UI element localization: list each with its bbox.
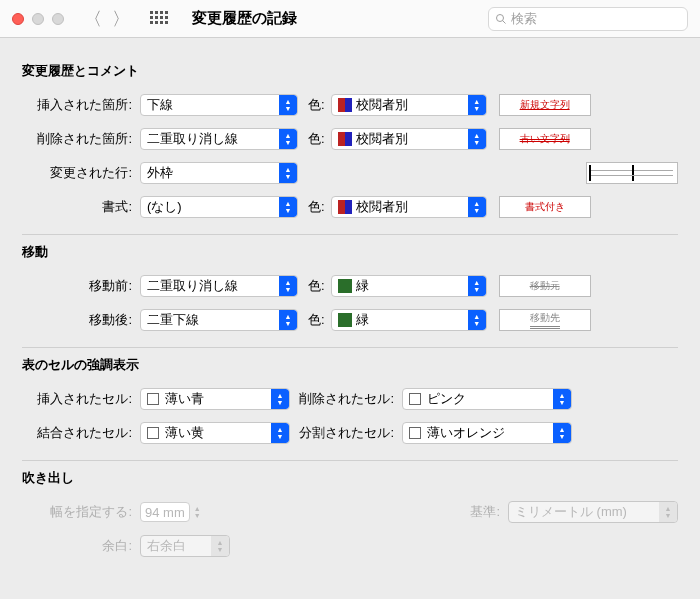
dropdown-inserted-mark[interactable]: 下線 bbox=[140, 94, 298, 116]
label-split-cell: 分割されたセル: bbox=[290, 424, 402, 442]
search-icon bbox=[495, 13, 507, 25]
section-changes-header: 変更履歴とコメント bbox=[22, 62, 678, 80]
minimize-button[interactable] bbox=[32, 13, 44, 25]
zoom-button[interactable] bbox=[52, 13, 64, 25]
label-standard: 基準: bbox=[470, 503, 508, 521]
dropdown-move-after[interactable]: 二重下線 bbox=[140, 309, 298, 331]
dropdown-move-after-color[interactable]: 緑 bbox=[331, 309, 487, 331]
preview-move-before: 移動元 bbox=[499, 275, 591, 297]
label-margin: 余白: bbox=[22, 537, 140, 555]
search-placeholder: 検索 bbox=[511, 10, 537, 28]
section-cells-header: 表のセルの強調表示 bbox=[22, 356, 678, 374]
label-color-5: 色: bbox=[308, 311, 325, 329]
titlebar: 〈 〉 変更履歴の記録 検索 bbox=[0, 0, 700, 38]
dropdown-margin[interactable]: 右余白 bbox=[140, 535, 230, 557]
label-move-before: 移動前: bbox=[22, 277, 140, 295]
label-deleted-cell: 削除されたセル: bbox=[290, 390, 402, 408]
window-controls bbox=[12, 13, 64, 25]
dropdown-deleted-mark[interactable]: 二重取り消し線 bbox=[140, 128, 298, 150]
preview-changed-line bbox=[586, 162, 678, 184]
dropdown-move-before[interactable]: 二重取り消し線 bbox=[140, 275, 298, 297]
dropdown-inserted-cell[interactable]: 薄い青 bbox=[140, 388, 290, 410]
label-color-2: 色: bbox=[308, 130, 325, 148]
input-width[interactable]: 94 mm bbox=[140, 502, 190, 522]
preview-format: 書式付き bbox=[499, 196, 591, 218]
forward-button[interactable]: 〉 bbox=[112, 7, 130, 31]
label-changed-line: 変更された行: bbox=[22, 164, 140, 182]
label-color-1: 色: bbox=[308, 96, 325, 114]
preview-deleted: 古い文字列 bbox=[499, 128, 591, 150]
label-merged-cell: 結合されたセル: bbox=[22, 424, 140, 442]
label-color-4: 色: bbox=[308, 277, 325, 295]
label-color-3: 色: bbox=[308, 198, 325, 216]
dropdown-deleted-cell[interactable]: ピンク bbox=[402, 388, 572, 410]
label-inserted-cell: 挿入されたセル: bbox=[22, 390, 140, 408]
section-balloon-header: 吹き出し bbox=[22, 469, 678, 487]
section-move-header: 移動 bbox=[22, 243, 678, 261]
grid-icon[interactable] bbox=[150, 11, 166, 27]
window-title: 変更履歴の記録 bbox=[192, 9, 297, 28]
dropdown-format-mark[interactable]: (なし) bbox=[140, 196, 298, 218]
close-button[interactable] bbox=[12, 13, 24, 25]
label-inserted: 挿入された箇所: bbox=[22, 96, 140, 114]
label-width: 幅を指定する: bbox=[22, 503, 140, 521]
svg-point-0 bbox=[497, 14, 504, 21]
dropdown-move-before-color[interactable]: 緑 bbox=[331, 275, 487, 297]
svg-line-1 bbox=[503, 20, 506, 23]
label-deleted: 削除された箇所: bbox=[22, 130, 140, 148]
dropdown-format-color[interactable]: 校閲者別 bbox=[331, 196, 487, 218]
preview-move-after: 移動先 bbox=[499, 309, 591, 331]
dropdown-changed-line[interactable]: 外枠 bbox=[140, 162, 298, 184]
stepper-width[interactable]: ▲▼ bbox=[194, 505, 201, 519]
dropdown-unit[interactable]: ミリメートル (mm) bbox=[508, 501, 678, 523]
preview-inserted: 新規文字列 bbox=[499, 94, 591, 116]
dropdown-merged-cell[interactable]: 薄い黄 bbox=[140, 422, 290, 444]
search-input[interactable]: 検索 bbox=[488, 7, 688, 31]
dropdown-inserted-color[interactable]: 校閲者別 bbox=[331, 94, 487, 116]
dropdown-split-cell[interactable]: 薄いオレンジ bbox=[402, 422, 572, 444]
back-button[interactable]: 〈 bbox=[84, 7, 102, 31]
dropdown-deleted-color[interactable]: 校閲者別 bbox=[331, 128, 487, 150]
label-move-after: 移動後: bbox=[22, 311, 140, 329]
label-format: 書式: bbox=[22, 198, 140, 216]
